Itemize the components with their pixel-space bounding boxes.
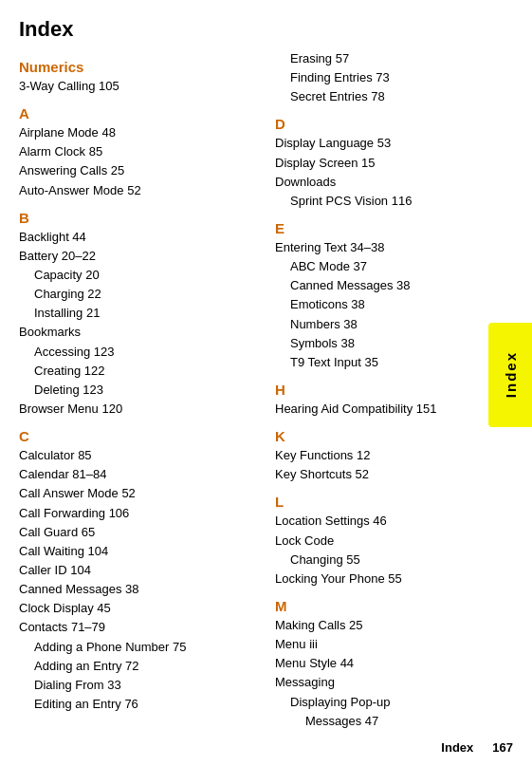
list-item: Deleting 123 (19, 381, 256, 400)
list-item: Bookmarks (19, 323, 256, 342)
list-item: Backlight 44 (19, 228, 256, 247)
list-item: Sprint PCS Vision 116 (275, 192, 513, 211)
list-item: Menu iii (275, 635, 513, 654)
section-letter-k: K (275, 428, 513, 444)
list-item: Display Language 53 (275, 134, 513, 153)
list-item: Battery 20–22 (19, 247, 256, 266)
list-item: Airplane Mode 48 (19, 123, 256, 142)
section-letter-numerics: Numerics (19, 59, 256, 75)
list-item: Making Calls 25 (275, 616, 513, 635)
list-item: Hearing Aid Compatibility 151 (275, 400, 513, 419)
list-item: Calculator 85 (19, 446, 256, 465)
section-letter-a: A (19, 105, 256, 121)
index-tab: Index (488, 323, 532, 427)
list-item: Canned Messages 38 (19, 580, 256, 599)
list-item: ABC Mode 37 (275, 257, 513, 276)
list-item: Creating 122 (19, 362, 256, 381)
page-footer: Index 167 (441, 740, 513, 755)
list-item: Call Answer Mode 52 (19, 484, 256, 503)
list-item: Finding Entries 73 (275, 68, 513, 87)
list-item: Dialing From 33 (19, 676, 256, 695)
list-item: Installing 21 (19, 304, 256, 323)
list-item: Downloads (275, 173, 513, 192)
list-item: Numbers 38 (275, 315, 513, 334)
list-item: Capacity 20 (19, 266, 256, 285)
list-item: Clock Display 45 (19, 599, 256, 618)
list-item: Call Forwarding 106 (19, 504, 256, 523)
list-item: Answering Calls 25 (19, 161, 256, 180)
list-item: Key Functions 12 (275, 446, 513, 465)
list-item: Messaging (275, 673, 513, 692)
list-item: Adding an Entry 72 (19, 657, 256, 676)
list-item: Displaying Pop-up (275, 693, 513, 712)
list-item: Entering Text 34–38 (275, 238, 513, 257)
left-column: Numerics 3-Way Calling 105 A Airplane Mo… (19, 49, 266, 731)
right-column: Erasing 57 Finding Entries 73 Secret Ent… (266, 49, 513, 731)
list-item: T9 Text Input 35 (275, 353, 513, 372)
list-item: Alarm Clock 85 (19, 142, 256, 161)
section-letter-c: C (19, 428, 256, 444)
section-letter-m: M (275, 598, 513, 614)
list-item: Caller ID 104 (19, 561, 256, 580)
list-item: Charging 22 (19, 285, 256, 304)
section-letter-h: H (275, 382, 513, 398)
list-item: Call Guard 65 (19, 523, 256, 542)
list-item: Auto-Answer Mode 52 (19, 181, 256, 200)
section-letter-b: B (19, 210, 256, 226)
page-container: Index Numerics 3-Way Calling 105 A Airpl… (19, 17, 513, 731)
section-letter-e: E (275, 220, 513, 236)
list-item: 3-Way Calling 105 (19, 77, 256, 96)
list-item: Key Shortcuts 52 (275, 465, 513, 484)
list-item: Emoticons 38 (275, 295, 513, 314)
section-letter-l: L (275, 494, 513, 510)
page-title: Index (19, 17, 513, 42)
list-item: Editing an Entry 76 (19, 695, 256, 714)
list-item: Browser Menu 120 (19, 400, 256, 419)
list-item: Calendar 81–84 (19, 465, 256, 484)
list-item: Accessing 123 (19, 343, 256, 362)
tab-label-text: Index (503, 351, 519, 398)
list-item: Call Waiting 104 (19, 542, 256, 561)
list-item: Menu Style 44 (275, 654, 513, 673)
list-item: Adding a Phone Number 75 (19, 638, 256, 657)
list-item: Erasing 57 (275, 49, 513, 68)
list-item: Messages 47 (275, 712, 513, 731)
list-item: Contacts 71–79 (19, 618, 256, 637)
list-item: Secret Entries 78 (275, 87, 513, 106)
list-item: Location Settings 46 (275, 512, 513, 531)
section-letter-d: D (275, 116, 513, 132)
list-item: Canned Messages 38 (275, 276, 513, 295)
footer-label: Index (441, 740, 473, 755)
footer-page-number: 167 (492, 740, 513, 755)
list-item: Changing 55 (275, 551, 513, 570)
list-item: Lock Code (275, 532, 513, 551)
list-item: Locking Your Phone 55 (275, 570, 513, 589)
list-item: Display Screen 15 (275, 154, 513, 173)
list-item: Symbols 38 (275, 334, 513, 353)
